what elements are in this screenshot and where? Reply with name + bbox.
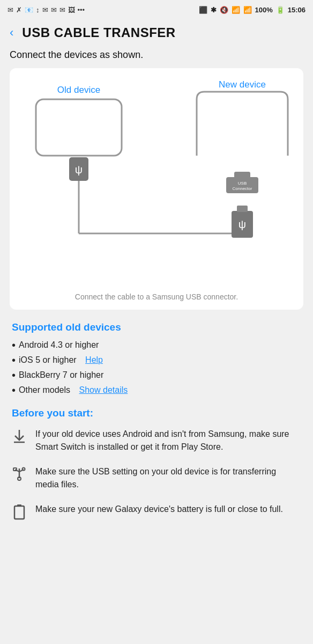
mail-icon: 📧 (25, 6, 33, 14)
mute-icon: 🔇 (220, 6, 228, 14)
svg-text:ψ: ψ (239, 218, 246, 230)
header: ‹ USB CABLE TRANSFER (0, 18, 313, 49)
mail3-icon: ✉ (51, 6, 57, 14)
android-support-text: Android 4.3 or higher (19, 340, 99, 350)
before-section: Before you start: If your old device use… (10, 407, 303, 523)
svg-text:Old device: Old device (57, 85, 100, 95)
svg-text:Connector: Connector (233, 186, 252, 191)
svg-rect-23 (14, 506, 24, 519)
before-text-1: If your old device uses Android and isn'… (35, 428, 301, 453)
list-item: • Android 4.3 or higher (12, 340, 301, 350)
time-display: 15:06 (288, 6, 305, 14)
svg-text:USB: USB (238, 181, 247, 186)
before-item-3: Make sure your new Galaxy device's batte… (12, 503, 301, 523)
bluetooth-icon: ✱ (211, 6, 217, 14)
call-icon: ✗ (16, 6, 22, 14)
message-icon: ✉ (8, 6, 13, 14)
bullet-icon: • (12, 370, 16, 380)
ios-support-text: iOS 5 or higher (19, 355, 77, 365)
bullet-icon: • (12, 385, 16, 396)
mail4-icon: ✉ (59, 6, 65, 14)
show-details-link[interactable]: Show details (79, 385, 128, 395)
image-icon: 🖼 (68, 6, 75, 14)
svg-rect-19 (13, 468, 17, 471)
battery-icon (12, 504, 27, 523)
before-item-1: If your old device uses Android and isn'… (12, 428, 301, 453)
download-icon (12, 429, 27, 447)
svg-rect-0 (36, 99, 122, 156)
signal-icon: 📶 (243, 6, 252, 14)
svg-point-21 (23, 468, 25, 471)
bullet-icon: • (12, 355, 16, 365)
usb-icon (12, 466, 27, 485)
battery-percent: 100% (255, 6, 273, 14)
status-icons: ✉ ✗ 📧 ↕ ✉ ✉ ✉ 🖼 ••• (8, 6, 85, 14)
back-button[interactable]: ‹ (5, 24, 18, 42)
main-content: Connect the devices as shown. Old device… (0, 49, 313, 523)
other-models-text: Other models (19, 385, 70, 395)
battery-icon: 🔋 (276, 6, 285, 14)
svg-rect-14 (237, 206, 248, 212)
list-item: • BlackBerry 7 or higher (12, 370, 301, 380)
help-link[interactable]: Help (85, 355, 103, 365)
list-item: • iOS 5 or higher Help (12, 355, 301, 365)
page-title: USB CABLE TRANSFER (22, 25, 175, 40)
connect-instruction: Connect the devices as shown. (10, 49, 303, 61)
supported-title: Supported old devices (12, 321, 301, 333)
cast-icon: ⬛ (199, 6, 207, 14)
before-text-2: Make sure the USB setting on your old de… (35, 465, 301, 491)
blackberry-support-text: BlackBerry 7 or higher (19, 370, 103, 380)
diagram-illustration: Old device New device ψ (16, 78, 297, 287)
supported-section: Supported old devices • Android 4.3 or h… (10, 321, 303, 396)
svg-rect-9 (234, 172, 250, 178)
mail2-icon: ✉ (42, 6, 48, 14)
status-bar: ✉ ✗ 📧 ↕ ✉ ✉ ✉ 🖼 ••• ⬛ ✱ 🔇 📶 📶 100% 🔋 15:… (0, 0, 313, 18)
wifi-icon: 📶 (232, 6, 240, 14)
before-title: Before you start: (12, 407, 301, 419)
list-item: • Other models Show details (12, 385, 301, 396)
diagram-card: Old device New device ψ (10, 68, 303, 310)
svg-point-22 (18, 477, 21, 480)
more-icon: ••• (78, 6, 85, 14)
svg-text:New device: New device (219, 79, 266, 90)
before-text-3: Make sure your new Galaxy device's batte… (35, 503, 301, 516)
before-item-2: Make sure the USB setting on your old de… (12, 465, 301, 491)
sync-icon: ↕ (36, 6, 40, 14)
bullet-icon: • (12, 340, 16, 350)
status-right-group: ⬛ ✱ 🔇 📶 📶 100% 🔋 15:06 (199, 6, 306, 14)
svg-rect-24 (17, 504, 21, 507)
svg-text:ψ: ψ (75, 164, 83, 175)
diagram-caption: Connect the cable to a Samsung USB conne… (16, 292, 297, 301)
